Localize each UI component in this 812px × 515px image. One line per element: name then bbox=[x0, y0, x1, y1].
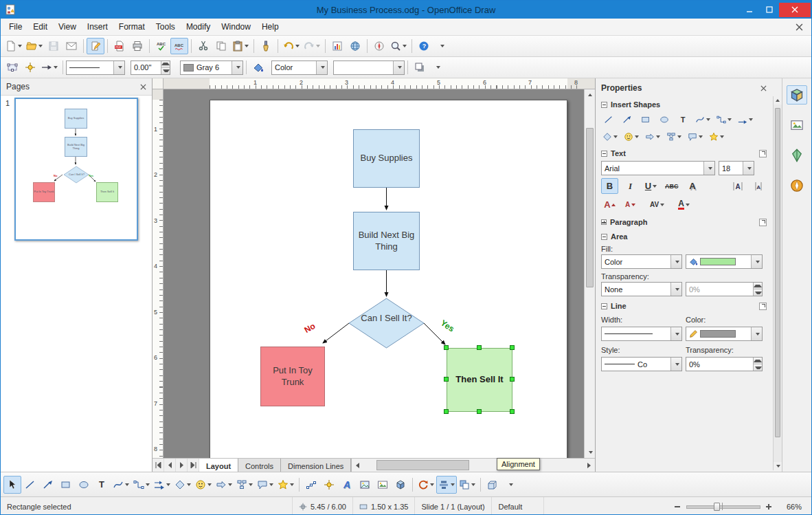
transparency-value-stepper[interactable]: 0% bbox=[686, 282, 763, 296]
app-icon[interactable] bbox=[5, 4, 16, 15]
insert-rectangle-button[interactable] bbox=[638, 112, 653, 127]
save-button[interactable] bbox=[45, 38, 63, 54]
lines-arrows-tool-button[interactable] bbox=[152, 476, 172, 494]
line-width-spin-buttons[interactable] bbox=[161, 61, 170, 74]
toolbar-options-button[interactable] bbox=[433, 38, 451, 54]
section-insert-shapes[interactable]: Insert Shapes bbox=[596, 96, 772, 111]
export-pdf-button[interactable]: PDF bbox=[111, 38, 128, 54]
fill-color-dropdown-button[interactable] bbox=[393, 61, 404, 74]
arrowheads-button[interactable] bbox=[39, 59, 60, 76]
page-style-status[interactable]: Default bbox=[492, 497, 544, 515]
symbol-shapes-button[interactable] bbox=[622, 129, 640, 144]
line-style-select[interactable] bbox=[66, 61, 125, 75]
3d-objects-tool-button[interactable] bbox=[392, 476, 409, 494]
menu-insert[interactable]: Insert bbox=[82, 19, 113, 34]
line-width-stepper[interactable]: 0.00" bbox=[131, 61, 170, 75]
close-properties-icon[interactable] bbox=[760, 85, 767, 91]
line-style-select[interactable]: Co bbox=[601, 357, 682, 371]
toolbar-options-button[interactable] bbox=[501, 476, 519, 494]
area-style-button[interactable] bbox=[249, 59, 267, 76]
insert-picture-tool-button[interactable] bbox=[356, 476, 374, 494]
deck-navigator-button[interactable] bbox=[787, 176, 807, 195]
insert-lines-arrows-button[interactable] bbox=[736, 112, 754, 127]
vertical-ruler[interactable]: 1 2 3 4 5 6 7 8 bbox=[153, 89, 163, 458]
flowchart-tool-button[interactable] bbox=[234, 476, 255, 494]
selection-handle[interactable] bbox=[477, 345, 482, 350]
collapse-icon[interactable] bbox=[601, 151, 607, 157]
scroll-down-button[interactable] bbox=[585, 447, 595, 458]
italic-button[interactable]: I bbox=[622, 178, 639, 194]
text-tool-button[interactable]: T bbox=[93, 476, 111, 494]
properties-scroll-thumb[interactable] bbox=[775, 108, 780, 437]
undo-button[interactable] bbox=[281, 38, 302, 54]
block-arrows-tool-button[interactable] bbox=[214, 476, 234, 494]
zoom-out-button[interactable] bbox=[673, 501, 683, 512]
line-style-dropdown-button[interactable] bbox=[113, 61, 124, 74]
font-size-dropdown-button[interactable] bbox=[743, 162, 754, 175]
horizontal-scroll-track[interactable] bbox=[363, 459, 584, 472]
collapse-icon[interactable] bbox=[601, 303, 607, 309]
basic-shapes-tool-button[interactable] bbox=[172, 476, 193, 494]
rectangle-tool-button[interactable] bbox=[57, 476, 75, 494]
line-tool-button[interactable] bbox=[21, 476, 39, 494]
scroll-down-button[interactable] bbox=[774, 462, 782, 470]
rotate-tool-button[interactable] bbox=[416, 476, 436, 494]
transparency-spin-buttons[interactable] bbox=[753, 283, 762, 296]
connector-tool-button[interactable] bbox=[131, 476, 152, 494]
line-width-select[interactable] bbox=[601, 327, 682, 341]
bold-button[interactable]: B bbox=[601, 178, 618, 194]
fill-color-dropdown-button[interactable] bbox=[751, 255, 762, 268]
close-document-icon[interactable] bbox=[796, 23, 803, 31]
line-transparency-stepper[interactable]: 0% bbox=[686, 357, 763, 371]
minimize-button[interactable] bbox=[739, 3, 759, 17]
deck-styles-button[interactable] bbox=[787, 146, 807, 165]
collapse-icon[interactable] bbox=[601, 102, 607, 108]
new-button[interactable] bbox=[3, 38, 24, 54]
edit-points-tool-button[interactable] bbox=[302, 476, 320, 494]
glue-points-button[interactable] bbox=[21, 59, 39, 76]
hyperlink-button[interactable] bbox=[346, 38, 364, 54]
font-name-dropdown-button[interactable] bbox=[703, 162, 714, 175]
insert-curve-button[interactable] bbox=[694, 112, 712, 127]
insert-arrow-button[interactable] bbox=[620, 112, 635, 127]
vertical-scroll-track[interactable] bbox=[585, 100, 595, 447]
menu-view[interactable]: View bbox=[53, 19, 82, 34]
edit-file-button[interactable] bbox=[87, 38, 104, 54]
extrusion-tool-button[interactable] bbox=[484, 476, 501, 494]
zoom-button[interactable] bbox=[388, 38, 409, 54]
decrease-spacing-button[interactable]: A bbox=[749, 178, 767, 194]
insert-line-button[interactable] bbox=[601, 112, 616, 127]
flowchart-box-buy[interactable]: Buy Supplies bbox=[353, 129, 420, 188]
selection-handle[interactable] bbox=[444, 409, 449, 414]
zoom-slider[interactable] bbox=[686, 501, 760, 512]
line-transparency-spin-buttons[interactable] bbox=[753, 358, 762, 371]
block-arrows-button[interactable] bbox=[644, 129, 662, 144]
font-color-button[interactable]: A bbox=[675, 197, 692, 212]
shadow-button[interactable] bbox=[411, 59, 429, 76]
spellcheck-button[interactable]: ABC bbox=[153, 38, 170, 54]
basic-shapes-button[interactable] bbox=[601, 129, 619, 144]
insert-chart-button[interactable] bbox=[328, 38, 346, 54]
insert-connector-button[interactable] bbox=[715, 112, 733, 127]
maximize-button[interactable] bbox=[759, 3, 779, 17]
selection-handle[interactable] bbox=[477, 409, 482, 414]
line-dialog-launcher-icon[interactable] bbox=[759, 303, 767, 310]
fontwork-tool-button[interactable]: A bbox=[338, 476, 356, 494]
section-line[interactable]: Line bbox=[596, 298, 772, 312]
redo-button[interactable] bbox=[302, 38, 322, 54]
increase-font-size-button[interactable]: A bbox=[601, 197, 618, 212]
select-tool-button[interactable] bbox=[3, 476, 21, 494]
zoom-level[interactable]: 66% bbox=[780, 497, 811, 515]
font-name-select[interactable]: Arial bbox=[601, 161, 715, 175]
fill-color-select[interactable] bbox=[333, 61, 405, 75]
ellipse-tool-button[interactable] bbox=[75, 476, 93, 494]
print-button[interactable] bbox=[128, 38, 146, 54]
callouts-tool-button[interactable] bbox=[255, 476, 275, 494]
area-fill-color-button[interactable] bbox=[686, 254, 763, 269]
horizontal-scroll-thumb[interactable] bbox=[376, 460, 469, 470]
arrow-tool-button[interactable] bbox=[39, 476, 57, 494]
line-color-button[interactable] bbox=[686, 327, 763, 341]
underline-button[interactable]: U bbox=[642, 178, 659, 194]
selection-handle[interactable] bbox=[510, 345, 515, 350]
tab-dimension-lines[interactable]: Dimension Lines bbox=[281, 459, 351, 472]
